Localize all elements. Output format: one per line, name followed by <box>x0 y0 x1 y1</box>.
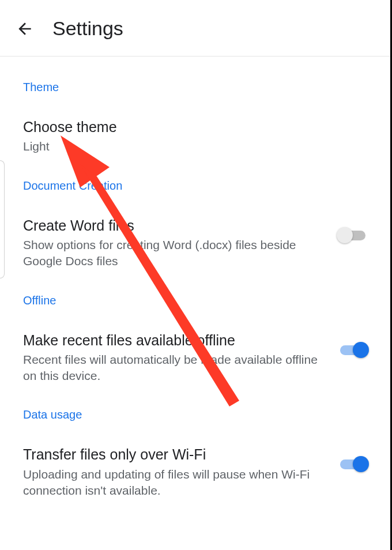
settings-header: Settings <box>0 0 392 56</box>
wifi-only-toggle[interactable] <box>337 454 369 474</box>
wifi-only-title: Transfer files only over Wi-Fi <box>23 446 325 464</box>
page-title: Settings <box>52 17 123 40</box>
offline-recent-desc: Recent files will automatically be made … <box>23 349 325 385</box>
section-header-doc-creation: Document Creation <box>23 155 369 193</box>
choose-theme-value: Light <box>23 136 357 155</box>
settings-content: Theme Choose theme Light Document Creati… <box>0 56 392 499</box>
create-word-toggle[interactable] <box>337 225 369 246</box>
choose-theme-row[interactable]: Choose theme Light <box>23 94 369 155</box>
offline-recent-row[interactable]: Make recent files available offline Rece… <box>23 307 369 385</box>
create-word-row[interactable]: Create Word files Show options for creat… <box>23 193 369 270</box>
wifi-only-row[interactable]: Transfer files only over Wi-Fi Uploading… <box>23 421 369 499</box>
section-header-theme: Theme <box>23 56 369 94</box>
create-word-title: Create Word files <box>23 217 325 235</box>
offline-recent-title: Make recent files available offline <box>23 331 325 349</box>
create-word-desc: Show options for creating Word (.docx) f… <box>23 235 325 270</box>
offline-recent-toggle[interactable] <box>337 340 369 360</box>
scroll-indicator-icon <box>0 160 5 278</box>
choose-theme-title: Choose theme <box>23 118 357 136</box>
section-header-data-usage: Data usage <box>23 384 369 421</box>
back-arrow-icon[interactable] <box>14 18 35 39</box>
section-header-offline: Offline <box>23 270 369 307</box>
wifi-only-desc: Uploading and updating of files will pau… <box>23 464 325 499</box>
